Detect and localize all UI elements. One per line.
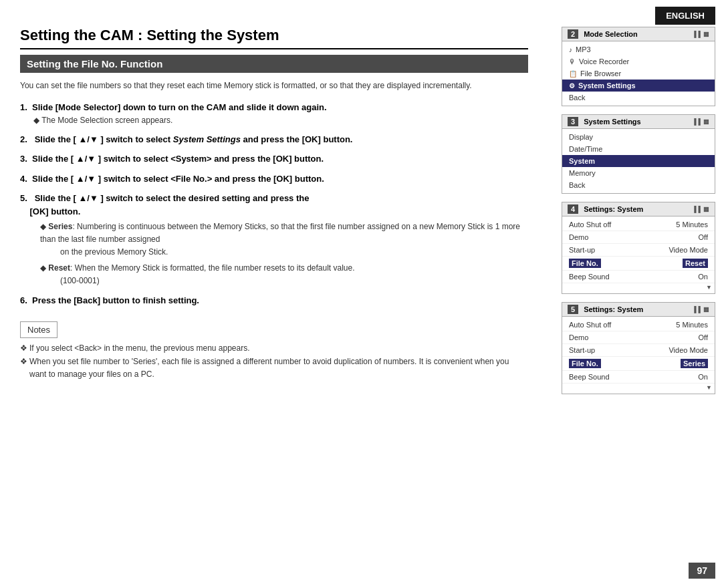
page-title: Setting the CAM : Setting the System — [20, 27, 528, 49]
panel-4-header: 4 Settings: System ▐▐ ▦ — [562, 202, 715, 216]
step-5: 5. Slide the [ ▲/▼ ] switch to select th… — [20, 192, 528, 287]
step-5-bullet-series: Series: Numbering is continuous between … — [40, 220, 528, 259]
panel-5-body: Auto Shut off 5 Minutes Demo Off Start-u… — [562, 317, 715, 394]
panel-2-system-settings: ⚙ System Settings — [562, 80, 715, 92]
panel-4-demo-label: Demo — [569, 233, 588, 241]
panel-mode-selection-header: 2 Mode Selection ▐▐ ▦ — [562, 27, 715, 41]
step-5-bullet-reset-cont: (100-0001) — [60, 275, 528, 287]
panel-mode-selection: 2 Mode Selection ▐▐ ▦ ♪ MP3 🎙 Voice Reco… — [562, 27, 715, 106]
step-3-num: 3. — [20, 154, 27, 164]
main-content: Setting the CAM : Setting the System Set… — [20, 7, 528, 381]
step-6-text: Press the [Back] button to finish settin… — [32, 295, 199, 305]
step-6: 6. Press the [Back] button to finish set… — [20, 294, 528, 307]
panel-5-demo-label: Demo — [569, 333, 588, 341]
panel-2-filebrowser-label: File Browser — [580, 69, 621, 78]
voice-icon: 🎙 — [569, 58, 576, 65]
panel-5-row-demo: Demo Off — [562, 331, 715, 344]
panel-5-header: 5 Settings: System ▐▐ ▦ — [562, 303, 715, 317]
panel-5-demo-value: Off — [699, 333, 708, 341]
panel-4-body: Auto Shut off 5 Minutes Demo Off Start-u… — [562, 216, 715, 293]
panel-4-num: 4 — [568, 204, 578, 214]
step-2: 2. Slide the [ ▲/▼ ] switch to select Sy… — [20, 133, 528, 146]
page-number: 97 — [689, 563, 715, 579]
panel-3-icons: ▐▐ ▦ — [692, 118, 709, 125]
panel-4-title: Settings: System — [584, 205, 643, 213]
section-header: Setting the File No. Function — [20, 55, 528, 73]
panel-5-fileno-label: File No. — [569, 359, 601, 368]
step-4: 4. Slide the [ ▲/▼ ] switch to select <F… — [20, 172, 528, 186]
english-badge: ENGLISH — [655, 7, 715, 25]
panel-5-scroll: ▼ — [562, 384, 715, 392]
panel-5-beep-value: On — [698, 373, 708, 381]
step-1-text: Slide [Mode Selector] down to turn on th… — [32, 102, 327, 112]
panel-5-row-fileno: File No. Series — [562, 357, 715, 371]
mp3-icon: ♪ — [569, 46, 572, 53]
panel-5-row-startup: Start-up Video Mode — [562, 344, 715, 357]
panel-2-num: 2 — [568, 29, 578, 39]
panel-5-startup-value: Video Mode — [669, 346, 708, 354]
panel-4-row-fileno: File No. Reset — [562, 257, 715, 271]
panel-2-back-label: Back — [569, 94, 585, 102]
step-5-num: 5. — [20, 193, 27, 203]
panel-3-display: Display — [562, 131, 715, 143]
panel-4-row-autoshutoff: Auto Shut off 5 Minutes — [562, 218, 715, 231]
system-settings-icon: ⚙ — [569, 82, 575, 90]
panel-2-mp3-label: MP3 — [576, 45, 591, 53]
step-1: 1. Slide [Mode Selector] down to turn on… — [20, 101, 528, 126]
panel-4-startup-label: Start-up — [569, 246, 595, 254]
panel-5-autoshutoff-label: Auto Shut off — [569, 321, 611, 329]
panel-2-mp3: ♪ MP3 — [562, 43, 715, 55]
panel-4-row-startup: Start-up Video Mode — [562, 244, 715, 257]
panel-2-body: ♪ MP3 🎙 Voice Recorder 📋 File Browser ⚙ … — [562, 41, 715, 106]
panel-3-memory: Memory — [562, 167, 715, 179]
right-sidebar: 2 Mode Selection ▐▐ ▦ ♪ MP3 🎙 Voice Reco… — [562, 27, 715, 402]
notes-box: Notes — [20, 321, 57, 338]
step-3: 3. Slide the [ ▲/▼ ] switch to select <S… — [20, 152, 528, 166]
panel-4-autoshutoff-label: Auto Shut off — [569, 220, 611, 229]
panel-2-filebrowser: 📋 File Browser — [562, 67, 715, 80]
panel-4-fileno-label: File No. — [569, 259, 601, 268]
step-5-text: Slide the [ ▲/▼ ] switch to select the d… — [20, 193, 309, 216]
panel-5-row-beep: Beep Sound On — [562, 371, 715, 384]
panel-2-system-label: System Settings — [578, 82, 636, 90]
panel-2-back: Back — [562, 92, 715, 104]
panel-4-icons: ▐▐ ▦ — [692, 206, 709, 212]
panel-3-back: Back — [562, 179, 715, 191]
panel-2-icons: ▐▐ ▦ — [692, 31, 709, 37]
panel-5-title: Settings: System — [584, 305, 643, 313]
panel-4-row-beep: Beep Sound On — [562, 271, 715, 283]
step-1-num: 1. — [20, 102, 27, 112]
panel-system-settings: 3 System Settings ▐▐ ▦ Display Date/Time… — [562, 114, 715, 194]
file-browser-icon: 📋 — [569, 70, 577, 78]
step-5-bullet-reset: Reset: When the Memory Stick is formatte… — [40, 262, 528, 287]
panel-3-display-label: Display — [569, 133, 593, 141]
panel-4-beep-label: Beep Sound — [569, 273, 610, 281]
step-5-bullets: Series: Numbering is continuous between … — [40, 220, 528, 287]
panel-5-beep-label: Beep Sound — [569, 373, 610, 381]
panel-5-autoshutoff-value: 5 Minutes — [676, 321, 708, 329]
panel-4-scroll: ▼ — [562, 283, 715, 291]
panel-5-fileno-value: Series — [681, 359, 708, 368]
panel-settings-system-series: 5 Settings: System ▐▐ ▦ Auto Shut off 5 … — [562, 302, 715, 394]
note-2: When you set file number to 'Series', ea… — [20, 355, 528, 381]
panel-mode-selection-title: Mode Selection — [584, 30, 638, 38]
panel-5-startup-label: Start-up — [569, 346, 595, 354]
step-2-num: 2. — [20, 134, 27, 144]
panel-4-autoshutoff-value: 5 Minutes — [676, 220, 708, 229]
step-1-sub: The Mode Selection screen appears. — [33, 114, 528, 126]
panel-3-back-label: Back — [569, 181, 585, 189]
step-6-num: 6. — [20, 295, 27, 305]
panel-3-title: System Settings — [584, 118, 641, 126]
panel-5-num: 5 — [568, 305, 578, 314]
panel-4-fileno-value: Reset — [683, 259, 708, 268]
panel-5-row-autoshutoff: Auto Shut off 5 Minutes — [562, 319, 715, 331]
panel-2-voice-label: Voice Recorder — [579, 57, 629, 65]
panel-3-num: 3 — [568, 117, 578, 126]
step-4-text: Slide the [ ▲/▼ ] switch to select <File… — [32, 174, 324, 184]
note-1: If you select <Back> in the menu, the pr… — [20, 342, 528, 355]
panel-4-demo-value: Off — [699, 233, 708, 241]
panel-3-body: Display Date/Time System Memory Back — [562, 129, 715, 193]
step-5-bullet-series-cont: on the previous Memory Stick. — [60, 246, 528, 259]
intro-text: You can set the file numbers so that the… — [20, 80, 528, 92]
panel-3-system-label: System — [569, 157, 595, 165]
